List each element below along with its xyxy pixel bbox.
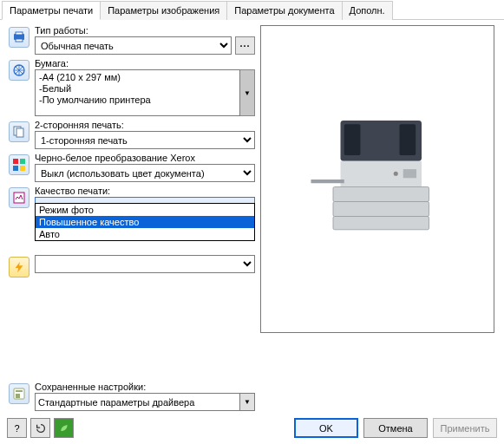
tab-image-params[interactable]: Параметры изображения [100, 1, 227, 20]
bw-label: Черно-белое преобразование Xerox [35, 153, 255, 163]
duplex-icon [9, 121, 29, 142]
lightning-icon [9, 257, 29, 278]
duplex-label: 2-сторонняя печать: [35, 120, 255, 130]
svg-rect-2 [16, 39, 23, 42]
svg-rect-22 [16, 390, 23, 392]
saved-settings-combo[interactable]: Стандартные параметры драйвера ▼ [35, 393, 255, 411]
saved-settings-value: Стандартные параметры драйвера [36, 397, 239, 408]
duplex-combo[interactable]: 1-сторонняя печать [35, 131, 255, 149]
saved-settings-label: Сохраненные настройки: [35, 382, 497, 392]
tab-document-params[interactable]: Параметры документа [226, 1, 342, 20]
extra-combo[interactable] [35, 255, 255, 273]
svg-rect-8 [13, 166, 18, 171]
svg-rect-12 [344, 124, 361, 155]
paper-icon [9, 60, 29, 81]
chevron-down-icon: ▼ [239, 394, 254, 410]
svg-rect-9 [20, 166, 25, 171]
cancel-label: Отмена [378, 423, 412, 434]
cancel-button[interactable]: Отмена [363, 418, 428, 438]
job-type-more-button[interactable]: ··· [235, 36, 255, 55]
eco-button[interactable] [54, 418, 74, 438]
quality-icon [9, 187, 29, 208]
svg-rect-17 [333, 216, 429, 229]
svg-rect-6 [13, 159, 18, 164]
svg-point-19 [394, 171, 398, 175]
saved-settings-icon [9, 383, 29, 404]
quality-label: Качество печати: [35, 186, 255, 196]
tab-label: Параметры изображения [108, 5, 219, 16]
svg-rect-5 [16, 128, 23, 137]
tab-print-params[interactable]: Параметры печати [2, 1, 101, 20]
reset-icon [35, 422, 47, 434]
tab-label: Дополн. [350, 5, 385, 16]
paper-listbox[interactable]: A4 (210 x 297 мм) Белый По умолчанию при… [35, 69, 240, 116]
svg-rect-20 [403, 169, 416, 178]
paper-dropdown-button[interactable]: ▼ [240, 69, 255, 116]
tab-label: Параметры печати [10, 5, 93, 16]
printer-preview [260, 25, 494, 333]
quality-dropdown-list: Режим фото Повышенное качество Авто [35, 203, 255, 241]
job-type-icon [9, 27, 29, 48]
apply-button: Применить [433, 418, 497, 438]
svg-rect-13 [400, 124, 416, 155]
apply-label: Применить [441, 423, 490, 434]
svg-rect-15 [333, 186, 429, 201]
job-type-combo[interactable]: Обычная печать [35, 36, 232, 55]
paper-label: Бумага: [35, 58, 255, 69]
svg-rect-23 [16, 394, 20, 398]
paper-color: Белый [39, 83, 236, 95]
ok-button[interactable]: OK [294, 418, 358, 438]
reset-button[interactable] [30, 418, 50, 438]
svg-rect-16 [333, 201, 429, 216]
eco-icon [59, 423, 69, 434]
svg-rect-1 [16, 32, 23, 35]
svg-rect-7 [20, 159, 25, 164]
bw-combo[interactable]: Выкл (использовать цвет документа) [35, 164, 255, 182]
printer-illustration [304, 106, 451, 253]
job-type-label: Тип работы: [35, 25, 255, 36]
quality-option-photo[interactable]: Режим фото [36, 204, 254, 216]
quality-option-auto[interactable]: Авто [36, 228, 254, 240]
quality-option-enhanced[interactable]: Повышенное качество [36, 216, 254, 228]
help-icon: ? [14, 423, 19, 434]
help-button[interactable]: ? [7, 418, 27, 438]
tab-bar: Параметры печати Параметры изображения П… [0, 0, 504, 20]
color-icon [9, 154, 29, 175]
svg-rect-18 [311, 180, 344, 183]
ok-label: OK [319, 423, 333, 434]
paper-tray: По умолчанию принтера [39, 95, 236, 106]
tab-additional[interactable]: Дополн. [342, 1, 393, 20]
chevron-down-icon: ▼ [240, 70, 254, 115]
tab-label: Параметры документа [234, 5, 334, 16]
paper-size: A4 (210 x 297 мм) [39, 72, 236, 83]
